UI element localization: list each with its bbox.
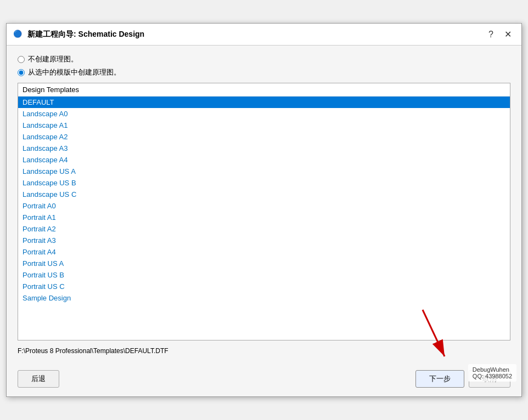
next-button[interactable]: 下一步	[415, 370, 464, 388]
dialog-content: 不创建原理图。 从选中的模版中创建原理图。 Design Templates D…	[7, 46, 521, 365]
file-path: F:\Proteus 8 Professional\Templates\DEFA…	[18, 346, 510, 356]
list-item[interactable]: Portrait A0	[18, 200, 510, 212]
radio-from-template-label: 从选中的模版中创建原理图。	[28, 67, 121, 77]
radio-no-schematic[interactable]: 不创建原理图。	[18, 54, 510, 64]
list-item[interactable]: Landscape A2	[18, 131, 510, 143]
list-item[interactable]: Landscape A3	[18, 143, 510, 154]
list-item[interactable]: Portrait A2	[18, 223, 510, 235]
app-icon: 🔵	[13, 30, 23, 39]
list-item[interactable]: Portrait US A	[18, 258, 510, 269]
dialog-footer: 后退 下一步 取消	[7, 365, 521, 396]
list-group-header: Design Templates	[18, 83, 510, 97]
radio-from-template-input[interactable]	[18, 69, 25, 76]
list-item[interactable]: DEFAULT	[18, 97, 510, 108]
help-button[interactable]: ?	[485, 29, 497, 41]
close-button[interactable]: ✕	[501, 28, 515, 41]
title-bar: 🔵 新建工程向导: Schematic Design ? ✕	[7, 24, 521, 46]
radio-no-schematic-input[interactable]	[18, 56, 25, 63]
list-item[interactable]: Landscape US C	[18, 189, 510, 200]
back-button[interactable]: 后退	[18, 370, 59, 388]
cancel-button[interactable]: 取消	[469, 370, 510, 388]
list-item[interactable]: Portrait US C	[18, 281, 510, 292]
list-item[interactable]: Landscape US A	[18, 166, 510, 177]
list-item[interactable]: Portrait A3	[18, 235, 510, 246]
list-item[interactable]: Landscape A0	[18, 108, 510, 120]
list-item[interactable]: Portrait US B	[18, 269, 510, 281]
template-list[interactable]: Design Templates DEFAULT Landscape A0 La…	[18, 83, 510, 340]
list-item[interactable]: Portrait A4	[18, 246, 510, 258]
list-item[interactable]: Landscape A1	[18, 120, 510, 131]
dialog-title: 新建工程向导: Schematic Design	[27, 30, 144, 39]
list-item[interactable]: Landscape A4	[18, 154, 510, 166]
list-item[interactable]: Portrait A1	[18, 212, 510, 223]
radio-no-schematic-label: 不创建原理图。	[28, 54, 78, 64]
list-item[interactable]: Sample Design	[18, 292, 510, 304]
radio-from-template[interactable]: 从选中的模版中创建原理图。	[18, 67, 510, 77]
radio-group: 不创建原理图。 从选中的模版中创建原理图。	[18, 54, 510, 77]
list-item[interactable]: Landscape US B	[18, 177, 510, 189]
